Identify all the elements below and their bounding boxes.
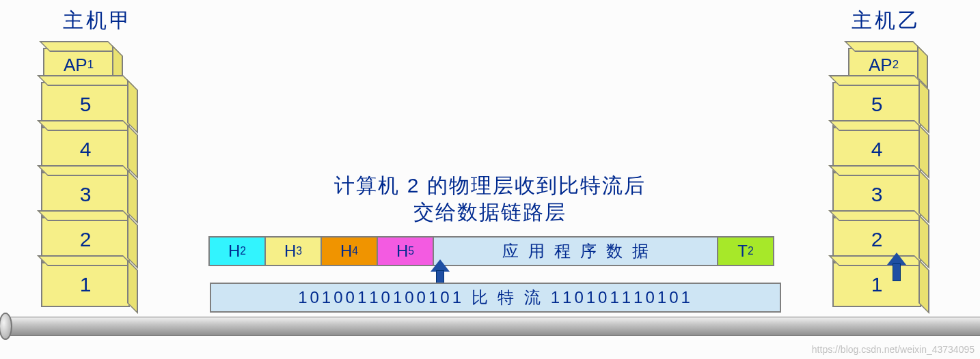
- layer-label: 3: [80, 183, 92, 206]
- caption-line2: 交给数据链路层: [334, 199, 645, 225]
- layer-label: 2: [80, 228, 92, 251]
- host-right-title: 主机乙: [852, 7, 921, 35]
- layer-label: 4: [871, 138, 883, 161]
- arrow-up-icon: [888, 254, 905, 281]
- layer-label: 4: [80, 138, 92, 161]
- pipe-cap: [0, 313, 12, 340]
- seg-h4: H4: [321, 236, 378, 266]
- frame-row: H2 H3 H4 H5 应用程序数据 T2: [210, 236, 774, 266]
- seg-h3: H3: [264, 236, 322, 266]
- seg-t2-label: T: [737, 242, 748, 261]
- seg-h3-label: H: [284, 242, 296, 261]
- seg-h4-label: H: [340, 242, 352, 261]
- host-left-stack: AP1 5 4 3 2 1: [41, 48, 130, 307]
- host-left-title: 主机甲: [63, 7, 133, 35]
- seg-h5: H5: [377, 236, 434, 266]
- ap-left-sub: 1: [87, 58, 94, 72]
- watermark: https://blog.csdn.net/weixin_43734095: [812, 344, 975, 355]
- layer-label: 1: [80, 273, 92, 296]
- seg-h2: H2: [208, 236, 266, 266]
- layer-box: 1: [832, 262, 921, 307]
- caption-line1: 计算机 2 的物理层收到比特流后: [334, 172, 645, 199]
- seg-h4-sub: 4: [352, 245, 358, 257]
- layer-label: 1: [871, 273, 883, 296]
- ap-right-label: AP: [869, 55, 893, 76]
- ap-left-label: AP: [64, 55, 87, 76]
- layer-label: 2: [871, 228, 883, 251]
- ap-right-sub: 2: [893, 58, 899, 72]
- bitstream-row: 10100110100101 比 特 流 110101110101: [210, 283, 781, 313]
- layer-label: 5: [80, 93, 92, 116]
- seg-h2-label: H: [228, 242, 240, 261]
- network-pipe: [3, 317, 980, 336]
- seg-data: 应用程序数据: [433, 236, 718, 266]
- host-right-stack: AP2 5 4 3 2 1: [832, 48, 921, 307]
- seg-h5-label: H: [396, 242, 408, 261]
- seg-t2: T2: [717, 236, 774, 266]
- seg-t2-sub: 2: [748, 245, 754, 257]
- caption: 计算机 2 的物理层收到比特流后 交给数据链路层: [334, 172, 645, 225]
- layer-box: 1: [41, 262, 130, 307]
- layer-label: 5: [871, 93, 883, 116]
- layer-label: 3: [871, 183, 883, 206]
- seg-h3-sub: 3: [296, 245, 302, 257]
- seg-h5-sub: 5: [408, 245, 414, 257]
- seg-h2-sub: 2: [240, 245, 246, 257]
